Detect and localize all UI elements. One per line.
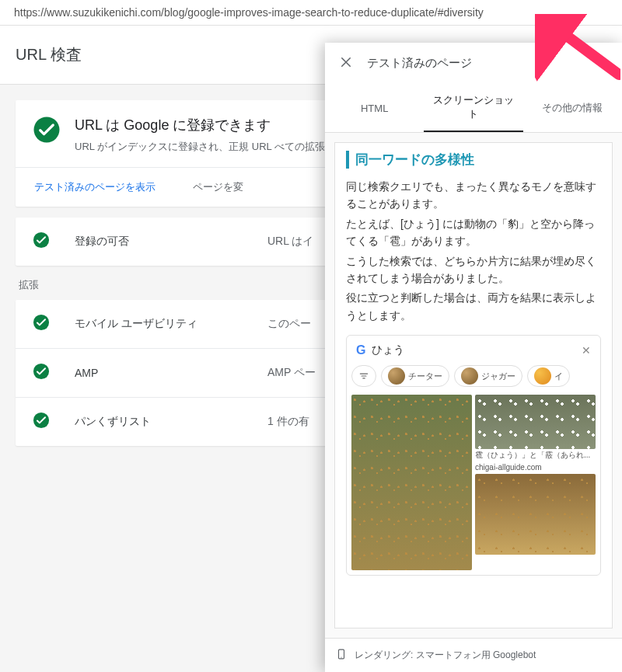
- search-query: ひょう: [372, 343, 575, 357]
- tab-screenshot[interactable]: スクリーンショット: [424, 84, 522, 132]
- svg-point-6: [341, 657, 341, 658]
- ext-row-label: AMP: [75, 367, 253, 379]
- smartphone-icon: [336, 646, 347, 664]
- registration-value: URL はイ: [267, 235, 313, 249]
- check-circle-icon: [33, 116, 61, 147]
- tab-html[interactable]: HTML: [325, 84, 424, 132]
- ext-row-label: パンくずリスト: [75, 415, 253, 429]
- shot-heading: 同一ワードの多様性: [346, 151, 601, 169]
- ext-row-label: モバイル ユーザビリティ: [75, 317, 253, 331]
- registration-label: 登録の可否: [75, 235, 253, 249]
- filter-icon: [351, 365, 376, 387]
- rendering-label: レンダリング: スマートフォン用 Googlebot: [355, 649, 536, 662]
- view-tested-page-button[interactable]: テスト済みのページを表示: [16, 168, 174, 207]
- check-circle-icon: [33, 314, 61, 334]
- change-page-button[interactable]: ページを変: [174, 168, 262, 207]
- check-circle-icon: [33, 412, 61, 432]
- shot-searchbox: G ひょう ✕ チーター ジャガー イ 雹（ひょう）」と「霰（あられ... ch…: [346, 335, 601, 576]
- shot-paragraph: こうした検索では、どちらか片方に結果が埋め尽くされてしまう場合がありました。: [346, 252, 601, 287]
- check-circle-icon: [33, 363, 61, 383]
- clear-icon: ✕: [582, 344, 591, 357]
- search-chip: チーター: [381, 365, 449, 387]
- shot-paragraph: たとえば、[ひょう] には動物の「豹」と空から降ってくる「雹」があります。: [346, 215, 601, 250]
- result-thumb-hail: [475, 395, 596, 449]
- search-chip: ジャガー: [454, 365, 522, 387]
- url-bar[interactable]: https://www.suzukikenichi.com/blog/googl…: [0, 0, 622, 26]
- result-thumb-leopard: [351, 395, 472, 570]
- result-caption: chigai-allguide.com: [475, 461, 596, 474]
- panel-tabs: HTML スクリーンショット その他の情報: [325, 84, 622, 133]
- panel-footer: レンダリング: スマートフォン用 Googlebot: [325, 638, 622, 672]
- shot-paragraph: 同じ検索クエリでも、まったく異なるモノを意味することがあります。: [346, 178, 601, 213]
- google-g-icon: G: [356, 343, 365, 357]
- panel-body: 同一ワードの多様性 同じ検索クエリでも、まったく異なるモノを意味することがありま…: [325, 133, 622, 638]
- result-thumb-leopard: [475, 474, 596, 555]
- shot-paragraph: 役に立つと判断した場合は、両方を結果に表示しようとします。: [346, 289, 601, 324]
- ext-row-value: AMP ペー: [267, 366, 316, 380]
- check-circle-icon: [33, 232, 61, 252]
- rendered-screenshot: 同一ワードの多様性 同じ検索クエリでも、まったく異なるモノを意味することがありま…: [334, 142, 613, 628]
- close-icon[interactable]: [339, 55, 353, 71]
- tested-page-panel: テスト済みのページ HTML スクリーンショット その他の情報 同一ワードの多様…: [325, 43, 622, 672]
- tab-other[interactable]: その他の情報: [523, 84, 622, 132]
- ext-row-value: 1 件の有: [267, 415, 309, 429]
- ext-row-value: このペー: [267, 317, 311, 331]
- search-chip: イ: [527, 365, 570, 387]
- panel-title: テスト済みのページ: [367, 56, 472, 71]
- result-caption: 雹（ひょう）」と「霰（あられ...: [475, 449, 596, 461]
